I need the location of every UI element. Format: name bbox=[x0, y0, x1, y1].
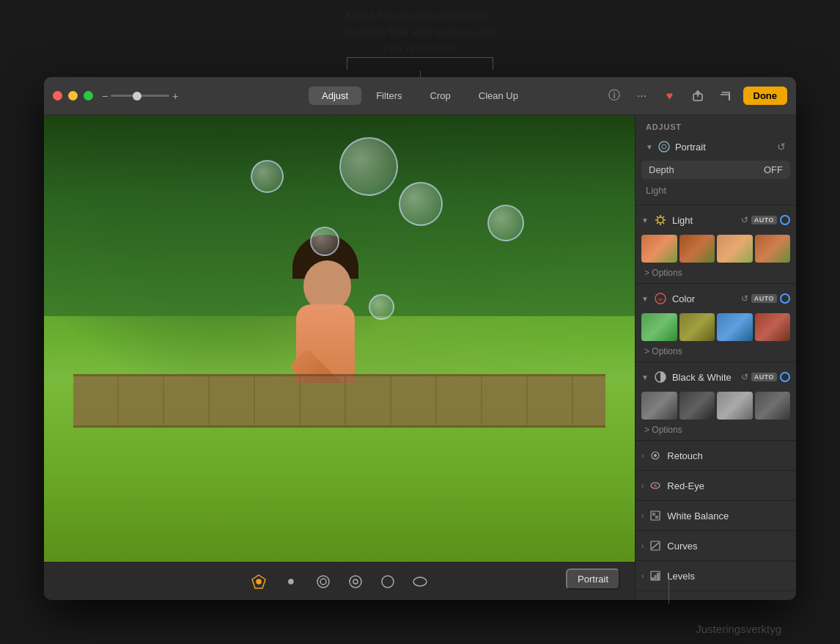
crop-icon[interactable] bbox=[715, 86, 736, 106]
bw-reset-icon[interactable]: ↺ bbox=[741, 372, 748, 382]
bw-thumb-2[interactable] bbox=[679, 392, 715, 420]
light-toggle[interactable] bbox=[780, 215, 790, 225]
portrait-reset-icon[interactable]: ↺ bbox=[777, 141, 786, 153]
svg-point-6 bbox=[353, 579, 358, 584]
bw-options[interactable]: > Options bbox=[641, 422, 790, 437]
tab-filters[interactable]: Filters bbox=[363, 87, 415, 105]
photo-area: ● Portrait bbox=[44, 115, 635, 600]
redeye-section: › Red-Eye bbox=[635, 470, 796, 500]
color-thumb-4[interactable] bbox=[755, 313, 791, 341]
slider-thumb[interactable] bbox=[133, 92, 141, 100]
close-button[interactable] bbox=[53, 91, 62, 100]
portrait-section: ▼ Portrait ↺ Depth OFF Light bbox=[635, 136, 796, 205]
color-options[interactable]: > Options bbox=[641, 344, 790, 359]
definition-section: › Definition bbox=[635, 590, 796, 600]
share-icon[interactable] bbox=[688, 86, 708, 106]
color-section-header[interactable]: ▼ Color ↺ AUTO bbox=[641, 287, 790, 310]
wb-chevron-icon: › bbox=[641, 512, 644, 520]
bottom-annotation-label: Justeringsverktyg bbox=[696, 623, 781, 635]
portrait-tool-icon[interactable] bbox=[248, 571, 269, 592]
portrait-title: Portrait bbox=[675, 142, 774, 153]
redeye-title: Red-Eye bbox=[667, 480, 704, 491]
light-options[interactable]: > Options bbox=[641, 266, 790, 280]
color-auto-badge[interactable]: AUTO bbox=[751, 294, 777, 303]
portrait-icon bbox=[657, 140, 671, 153]
svg-point-9 bbox=[659, 142, 669, 152]
color-thumb-3[interactable] bbox=[717, 313, 753, 341]
tab-crop[interactable]: Crop bbox=[417, 87, 464, 105]
bubble-6 bbox=[251, 160, 284, 193]
color-thumb-1[interactable] bbox=[641, 313, 677, 341]
wb-header[interactable]: › White Balance bbox=[641, 502, 790, 529]
light-thumb-3[interactable] bbox=[717, 235, 753, 263]
svg-line-18 bbox=[657, 223, 658, 224]
light-reset-icon[interactable]: ↺ bbox=[741, 215, 748, 225]
bw-thumb-4[interactable] bbox=[755, 392, 791, 420]
tab-adjust[interactable]: Adjust bbox=[309, 87, 361, 105]
redeye-icon bbox=[648, 478, 663, 493]
svg-point-3 bbox=[317, 576, 329, 588]
bw-toggle[interactable] bbox=[780, 372, 790, 382]
svg-rect-32 bbox=[655, 575, 657, 580]
bw-auto-badge[interactable]: AUTO bbox=[751, 373, 777, 381]
bw-section-header[interactable]: ▼ Black & White ↺ AUTO bbox=[641, 365, 790, 389]
light-thumb-1[interactable] bbox=[641, 235, 677, 263]
retouch-section: › Retouch bbox=[635, 440, 796, 470]
slider-track[interactable] bbox=[111, 95, 169, 97]
color-thumb-2[interactable] bbox=[679, 313, 715, 341]
bw-thumb-3[interactable] bbox=[717, 392, 753, 420]
tooltip-text: Klicka för att utföra justeringar, använ… bbox=[344, 7, 496, 57]
titlebar-right: ⓘ ··· ♥ Done bbox=[604, 86, 788, 106]
svg-rect-31 bbox=[652, 577, 654, 580]
tooltip-bracket bbox=[347, 57, 493, 70]
tool-dot-1[interactable]: ● bbox=[281, 571, 301, 592]
svg-point-4 bbox=[320, 579, 326, 585]
tool-dot-5[interactable] bbox=[410, 571, 430, 592]
more-icon[interactable]: ··· bbox=[632, 86, 652, 106]
color-toggle[interactable] bbox=[780, 293, 790, 304]
portrait-mode-button[interactable]: Portrait bbox=[566, 568, 620, 590]
svg-point-23 bbox=[654, 454, 657, 457]
svg-rect-33 bbox=[657, 573, 659, 580]
levels-header[interactable]: › Levels bbox=[641, 563, 790, 589]
tool-dot-4[interactable] bbox=[377, 571, 398, 592]
color-section: ▼ Color ↺ AUTO > Options bbox=[635, 283, 796, 362]
levels-chevron-icon: › bbox=[641, 572, 644, 580]
light-auto-badge[interactable]: AUTO bbox=[751, 216, 777, 224]
svg-line-17 bbox=[663, 223, 664, 224]
bw-chevron-icon: ▼ bbox=[641, 373, 649, 381]
levels-section: › Levels bbox=[635, 560, 796, 590]
heart-icon[interactable]: ♥ bbox=[660, 86, 680, 106]
done-button[interactable]: Done bbox=[743, 87, 788, 105]
info-icon[interactable]: ⓘ bbox=[604, 86, 625, 106]
light-thumb-4[interactable] bbox=[755, 235, 791, 263]
zoom-minus-icon[interactable]: − bbox=[102, 90, 108, 102]
svg-point-7 bbox=[382, 576, 394, 588]
color-reset-icon[interactable]: ↺ bbox=[741, 293, 748, 304]
curves-header[interactable]: › Curves bbox=[641, 533, 790, 559]
retouch-header[interactable]: › Retouch bbox=[641, 442, 790, 469]
bubble-4 bbox=[369, 294, 394, 320]
bw-thumb-1[interactable] bbox=[641, 392, 677, 420]
zoom-plus-icon[interactable]: + bbox=[172, 90, 178, 102]
portrait-section-header[interactable]: ▼ Portrait ↺ bbox=[641, 136, 790, 158]
curves-section: › Curves bbox=[635, 530, 796, 560]
zoom-slider[interactable]: − + bbox=[102, 90, 178, 102]
tool-dot-2[interactable] bbox=[313, 571, 334, 592]
photo-toolbar: ● Portrait bbox=[44, 562, 635, 600]
light-thumb-2[interactable] bbox=[679, 235, 715, 263]
color-title: Color bbox=[672, 293, 741, 304]
tooltip-area: Klicka för att utföra justeringar, använ… bbox=[0, 0, 840, 77]
tool-dot-3[interactable] bbox=[345, 571, 366, 592]
curves-chevron-icon: › bbox=[641, 542, 644, 550]
fullscreen-button[interactable] bbox=[84, 91, 93, 100]
redeye-header[interactable]: › Red-Eye bbox=[641, 472, 790, 499]
svg-rect-27 bbox=[652, 513, 655, 516]
minimize-button[interactable] bbox=[68, 91, 78, 100]
light-title: Light bbox=[672, 215, 741, 226]
tab-cleanup[interactable]: Clean Up bbox=[465, 87, 531, 105]
annotation-line bbox=[668, 578, 669, 604]
levels-title: Levels bbox=[667, 571, 695, 582]
definition-header[interactable]: › Definition bbox=[641, 593, 790, 600]
light-section-header[interactable]: ▼ Light ↺ AUTO bbox=[641, 208, 790, 232]
